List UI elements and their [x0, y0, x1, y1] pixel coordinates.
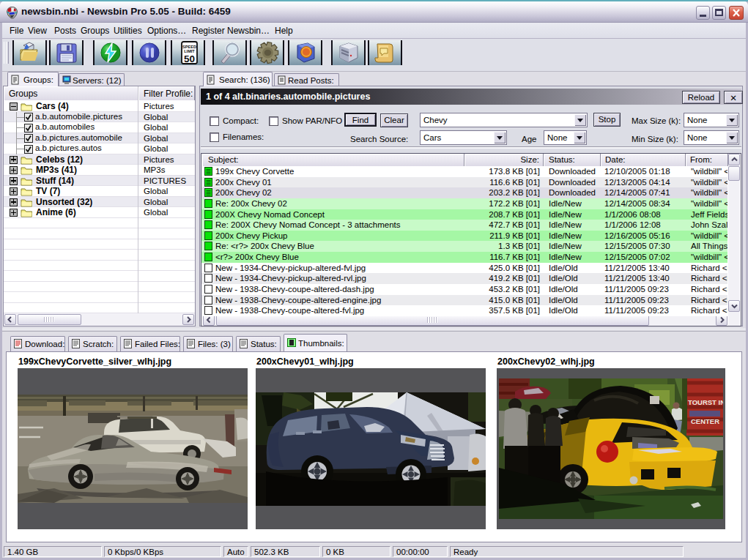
- svg-text:50: 50: [184, 53, 195, 64]
- svg-text:CENTER: CENTER: [691, 417, 719, 425]
- svg-text:TOURST IN: TOURST IN: [688, 398, 723, 406]
- svg-text:SPEED: SPEED: [182, 45, 196, 49]
